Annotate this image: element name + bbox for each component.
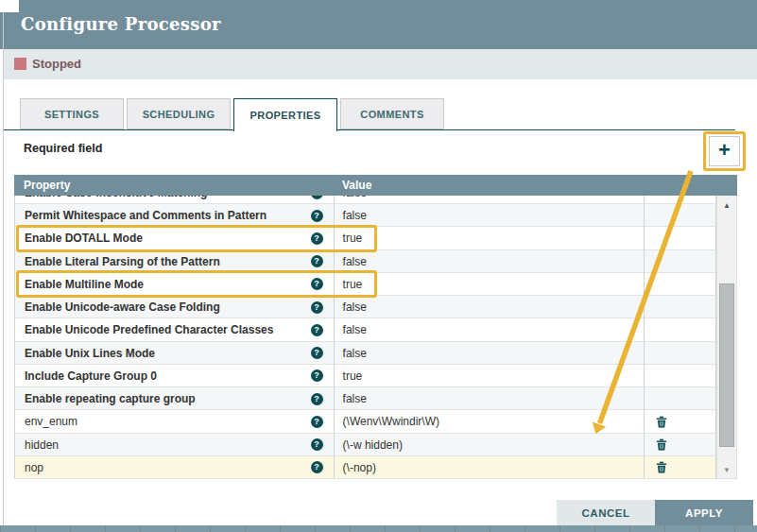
plus-icon: +: [718, 140, 731, 161]
property-value[interactable]: (\-w hidden): [335, 434, 645, 456]
tab-underline: [4, 129, 735, 130]
help-icon[interactable]: ?: [311, 324, 323, 336]
property-name: Include Capture Group 0: [25, 369, 157, 383]
help-icon[interactable]: ?: [311, 196, 323, 199]
property-name: hidden: [25, 438, 59, 452]
delete-cell[interactable]: [645, 410, 716, 433]
property-row[interactable]: Enable Unicode-aware Case Folding?false: [15, 296, 716, 318]
property-row[interactable]: Enable Case-insensitive Matching?false: [15, 196, 716, 204]
property-value[interactable]: true: [335, 365, 645, 387]
scrollbar-thumb[interactable]: [719, 283, 734, 447]
property-name: Enable Unix Lines Mode: [25, 347, 155, 360]
property-value[interactable]: (\-nop): [335, 456, 645, 479]
canvas-corner: [0, 0, 19, 12]
delete-icon[interactable]: [656, 461, 667, 473]
help-icon[interactable]: ?: [311, 255, 323, 267]
stopped-status-label: Stopped: [32, 57, 81, 71]
scroll-down-icon[interactable]: ▼: [717, 466, 736, 474]
property-name: Enable DOTALL Mode: [25, 232, 143, 245]
property-row[interactable]: Enable Unix Lines Mode?false: [15, 342, 716, 365]
stopped-status-icon: [14, 58, 26, 70]
dialog-title: Configure Processor: [21, 14, 221, 34]
help-icon[interactable]: ?: [311, 301, 323, 314]
property-value[interactable]: false: [335, 342, 645, 365]
property-value[interactable]: (\Wenv\Wwindir\W): [335, 410, 645, 433]
help-icon[interactable]: ?: [311, 461, 323, 473]
property-value[interactable]: false: [335, 296, 645, 318]
help-icon[interactable]: ?: [311, 210, 323, 222]
property-value[interactable]: false: [335, 250, 645, 273]
vertical-scrollbar[interactable]: ▲ ▼: [716, 196, 737, 479]
property-value[interactable]: true: [335, 273, 645, 296]
property-name: Permit Whitespace and Comments in Patter…: [25, 209, 267, 222]
tab-properties[interactable]: PROPERTIES: [233, 98, 337, 131]
delete-icon[interactable]: [656, 438, 667, 451]
tab-settings[interactable]: SETTINGS: [20, 98, 124, 129]
property-column-header: Property: [24, 179, 70, 192]
property-name: env_enum: [25, 415, 77, 428]
help-icon[interactable]: ?: [311, 278, 323, 290]
canvas-background: [0, 525, 757, 532]
apply-button[interactable]: APPLY: [655, 500, 753, 526]
property-row[interactable]: Enable Multiline Mode?true: [15, 273, 716, 296]
delete-cell: [645, 342, 716, 365]
property-name: Enable Case-insensitive Matching: [25, 196, 207, 199]
property-name: Enable Multiline Mode: [25, 278, 144, 291]
delete-icon[interactable]: [656, 416, 667, 428]
processor-status-bar: Stopped: [4, 49, 757, 79]
property-value[interactable]: false: [335, 387, 645, 410]
help-icon[interactable]: ?: [311, 416, 323, 428]
property-row[interactable]: Enable Unicode Predefined Character Clas…: [15, 318, 716, 341]
help-icon[interactable]: ?: [311, 232, 323, 245]
delete-cell: [645, 250, 716, 273]
property-name: Enable Literal Parsing of the Pattern: [25, 255, 220, 268]
delete-cell: [645, 273, 716, 296]
scroll-up-icon[interactable]: ▲: [717, 201, 736, 210]
property-row[interactable]: Include Capture Group 0?true: [15, 365, 716, 387]
property-name: Enable Unicode Predefined Character Clas…: [25, 323, 273, 336]
properties-table-body: Enable Case-insensitive Matching?falsePe…: [14, 196, 716, 479]
property-value[interactable]: false: [335, 204, 645, 227]
delete-cell: [645, 196, 716, 204]
delete-cell: [645, 365, 716, 387]
cancel-button[interactable]: CANCEL: [557, 500, 655, 526]
tab-comments[interactable]: COMMENTS: [340, 98, 444, 129]
property-row[interactable]: hidden?(\-w hidden): [15, 434, 716, 456]
property-row[interactable]: nop?(\-nop): [15, 456, 716, 479]
property-value[interactable]: false: [335, 196, 645, 204]
delete-cell: [645, 296, 716, 318]
property-name: Enable repeating capture group: [25, 392, 196, 405]
dialog-titlebar: Configure Processor: [0, 0, 757, 49]
delete-cell: [645, 387, 716, 410]
delete-cell: [645, 227, 716, 249]
property-value[interactable]: false: [335, 318, 645, 341]
delete-cell: [645, 318, 716, 341]
property-name: nop: [25, 461, 43, 474]
property-row[interactable]: Enable Literal Parsing of the Pattern?fa…: [15, 250, 716, 273]
property-row[interactable]: Permit Whitespace and Comments in Patter…: [15, 204, 716, 227]
property-name: Enable Unicode-aware Case Folding: [25, 300, 220, 314]
help-icon[interactable]: ?: [311, 369, 323, 382]
delete-cell[interactable]: [645, 456, 716, 479]
property-value[interactable]: true: [335, 227, 645, 249]
add-property-button[interactable]: +: [709, 136, 740, 166]
help-icon[interactable]: ?: [311, 347, 323, 359]
property-row[interactable]: env_enum?(\Wenv\Wwindir\W): [15, 410, 716, 433]
value-column-header: Value: [342, 179, 371, 192]
tab-scheduling[interactable]: SCHEDULING: [127, 98, 231, 129]
property-row[interactable]: Enable DOTALL Mode?true: [15, 227, 716, 249]
delete-cell: [645, 204, 716, 227]
dialog-left-border: [3, 12, 4, 525]
table-header: Property Value: [14, 175, 737, 196]
delete-cell[interactable]: [645, 434, 716, 456]
help-icon[interactable]: ?: [311, 438, 323, 451]
required-field-label: Required field: [24, 142, 102, 155]
property-row[interactable]: Enable repeating capture group?false: [15, 387, 716, 410]
help-icon[interactable]: ?: [311, 393, 323, 405]
dialog-tabs: SETTINGS SCHEDULING PROPERTIES COMMENTS: [20, 98, 444, 129]
